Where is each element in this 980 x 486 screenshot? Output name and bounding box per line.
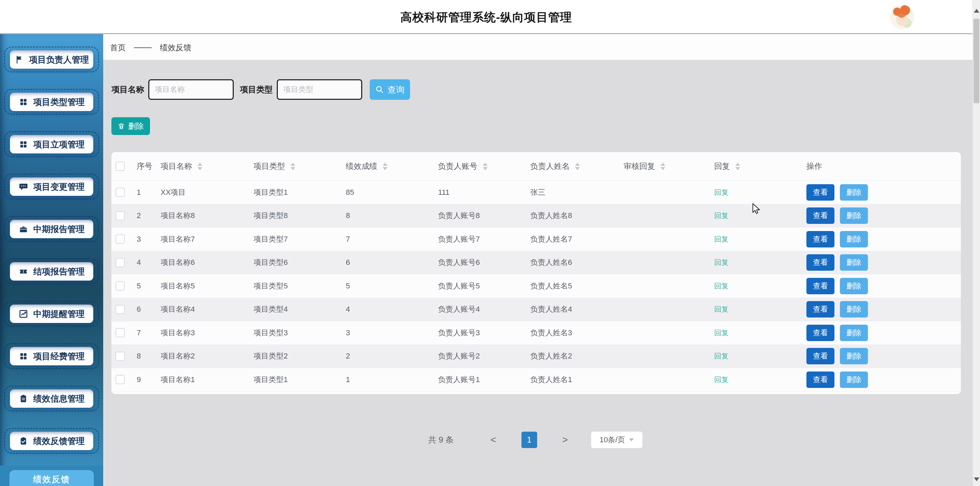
reply-link[interactable]: 回复 (714, 281, 729, 291)
sidebar-item-pill[interactable]: 项目经费管理 (10, 347, 93, 365)
user-avatar[interactable] (890, 5, 915, 29)
sidebar-item-active[interactable]: 绩效反馈 (10, 470, 94, 486)
scroll-up-icon[interactable] (974, 9, 979, 13)
row-delete-button[interactable]: 删除 (840, 325, 868, 341)
cell-no: 7 (137, 328, 161, 337)
row-delete-button[interactable]: 删除 (840, 278, 868, 294)
search-button-label: 查询 (388, 84, 404, 96)
sidebar-item[interactable]: 项目变更管理 (4, 174, 99, 199)
row-checkbox[interactable] (116, 211, 125, 220)
cell-type: 项目类型4 (253, 304, 346, 314)
row-checkbox[interactable] (116, 328, 125, 337)
reply-link[interactable]: 回复 (714, 304, 729, 314)
row-checkbox[interactable] (116, 234, 125, 244)
reply-link[interactable]: 回复 (714, 375, 729, 384)
breadcrumb-home[interactable]: 首页 (110, 42, 126, 53)
row-checkbox[interactable] (116, 375, 125, 384)
sidebar-item-pill[interactable]: 项目类型管理 (10, 92, 93, 111)
sidebar-item[interactable]: 结项报告管理 (4, 258, 99, 284)
view-button[interactable]: 查看 (807, 231, 834, 247)
page-size-select[interactable]: 10条/页 (591, 432, 643, 448)
sidebar-item-pill[interactable]: 项目立项管理 (10, 135, 93, 153)
row-delete-button[interactable]: 删除 (840, 184, 868, 201)
vertical-scrollbar[interactable] (972, 0, 980, 486)
row-delete-button[interactable]: 删除 (840, 301, 868, 317)
sidebar-item[interactable]: 项目类型管理 (4, 89, 99, 115)
sort-icon[interactable] (735, 163, 740, 170)
cell-score: 85 (346, 188, 438, 197)
view-button[interactable]: 查看 (807, 371, 834, 388)
prev-page-button[interactable]: < (487, 434, 500, 445)
sidebar-item-label: 结项报告管理 (33, 266, 85, 277)
view-button[interactable]: 查看 (807, 301, 834, 317)
sidebar-item[interactable]: 项目负责人管理 (4, 46, 99, 72)
reply-link[interactable]: 回复 (714, 234, 729, 244)
row-checkbox[interactable] (116, 352, 125, 361)
row-delete-button[interactable]: 删除 (840, 207, 868, 224)
next-page-button[interactable]: > (558, 434, 572, 445)
row-delete-button[interactable]: 删除 (840, 371, 868, 388)
sort-icon[interactable] (383, 163, 388, 170)
cell-type: 项目类型2 (253, 351, 346, 361)
search-button[interactable]: 查询 (370, 79, 410, 100)
view-button[interactable]: 查看 (807, 184, 834, 201)
column-header-account[interactable]: 负责人账号 (438, 161, 530, 172)
sidebar-item-pill[interactable]: 中期提醒管理 (10, 304, 93, 323)
column-header-type[interactable]: 项目类型 (253, 161, 346, 172)
view-button[interactable]: 查看 (807, 207, 834, 224)
sort-icon[interactable] (660, 163, 665, 170)
table-row: 5项目名称5项目类型55负责人账号5负责人姓名5回复查看删除 (111, 274, 961, 298)
sort-icon[interactable] (483, 163, 488, 170)
view-button[interactable]: 查看 (807, 325, 834, 341)
cell-score: 7 (346, 235, 438, 244)
sort-icon[interactable] (290, 163, 295, 170)
sidebar-item-pill[interactable]: 绩效反馈管理 (10, 432, 93, 450)
sidebar-item-pill[interactable]: 项目负责人管理 (10, 50, 93, 69)
sidebar-item[interactable]: 项目经费管理 (4, 343, 99, 369)
scrollbar-thumb[interactable] (974, 19, 979, 103)
clipboard-icon (19, 394, 28, 403)
sidebar-item-pill[interactable]: 项目变更管理 (10, 177, 93, 196)
sidebar-item[interactable]: 中期报告管理 (4, 216, 99, 242)
row-checkbox[interactable] (116, 305, 125, 314)
column-header-reply[interactable]: 回复 (714, 161, 807, 172)
column-header-person[interactable]: 负责人姓名 (530, 161, 624, 172)
reply-link[interactable]: 回复 (714, 328, 729, 338)
reply-link[interactable]: 回复 (714, 351, 729, 361)
row-checkbox[interactable] (116, 281, 125, 290)
reply-link[interactable]: 回复 (714, 188, 729, 197)
reply-link[interactable]: 回复 (714, 258, 729, 267)
column-header-label: 审核回复 (624, 161, 655, 172)
project-type-input[interactable] (277, 79, 362, 100)
sidebar-item[interactable]: 项目立项管理 (4, 131, 99, 157)
row-checkbox[interactable] (116, 188, 125, 197)
project-name-input[interactable] (148, 79, 234, 100)
table-row: 9项目名称1项目类型11负责人账号1负责人姓名1回复查看删除 (111, 368, 961, 392)
sidebar-item[interactable]: 绩效反馈管理 (4, 428, 99, 454)
row-delete-button[interactable]: 删除 (840, 254, 868, 271)
cell-person: 负责人姓名3 (530, 328, 624, 338)
sort-icon[interactable] (197, 163, 202, 170)
view-button[interactable]: 查看 (807, 254, 834, 271)
page-number-button[interactable]: 1 (522, 432, 537, 448)
select-all-checkbox[interactable] (116, 162, 125, 171)
sidebar-item[interactable]: 中期提醒管理 (4, 301, 99, 327)
column-header-score[interactable]: 绩效成绩 (346, 161, 438, 172)
sort-icon[interactable] (575, 163, 580, 170)
view-button[interactable]: 查看 (807, 278, 834, 294)
reply-link[interactable]: 回复 (714, 211, 729, 220)
sidebar-item[interactable]: 绩效信息管理 (4, 386, 99, 411)
sidebar-item-pill[interactable]: 结项报告管理 (10, 262, 93, 280)
project-type-label: 项目类型 (240, 84, 273, 95)
breadcrumb-current: 绩效反馈 (160, 42, 191, 53)
scroll-down-icon[interactable] (974, 478, 979, 481)
bulk-delete-button[interactable]: 删除 (111, 117, 150, 135)
sidebar-item-pill[interactable]: 中期报告管理 (10, 220, 93, 238)
view-button[interactable]: 查看 (807, 348, 834, 364)
row-checkbox[interactable] (116, 258, 125, 267)
column-header-review[interactable]: 审核回复 (624, 161, 714, 172)
column-header-name[interactable]: 项目名称 (161, 161, 253, 172)
row-delete-button[interactable]: 删除 (840, 231, 868, 247)
sidebar-item-pill[interactable]: 绩效信息管理 (10, 389, 93, 408)
row-delete-button[interactable]: 删除 (840, 348, 868, 364)
